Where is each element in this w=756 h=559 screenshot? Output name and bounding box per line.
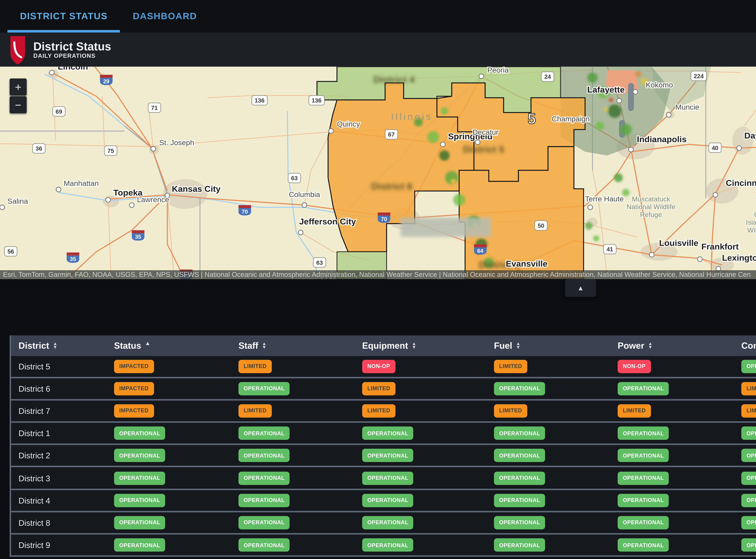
map-zoom-controls: + − [10,79,27,114]
tab-bar: DISTRICT STATUS DASHBOARD ✕ [0,0,756,32]
table-row[interactable]: District 2OPERATIONALOPERATIONALOPERATIO… [11,444,756,466]
zoom-out-button[interactable]: − [10,96,27,113]
status-badge: OPERATIONAL [741,538,756,552]
status-badge: OPERATIONAL [494,516,546,529]
table-row[interactable]: District 9OPERATIONALOPERATIONALOPERATIO… [11,533,756,556]
route-shield-75: 75 [105,146,117,156]
status-badge: LIMITED [362,382,395,395]
sort-both-icon: ▲▼ [516,342,520,349]
status-cell: OPERATIONAL [107,471,231,485]
column-header-district[interactable]: District▲▼ [11,340,107,351]
route-shield-50: 50 [535,221,547,230]
status-cell: OPERATIONAL [355,516,487,529]
status-cell: OPERATIONAL [734,449,756,462]
tab-dashboard[interactable]: DASHBOARD [120,0,209,32]
interstate-shield-29: 29 [100,75,112,85]
city-label: Evansville [506,259,547,268]
table-row[interactable]: District 1OPERATIONALOPERATIONALOPERATIO… [11,421,756,444]
svg-text:71: 71 [151,105,158,111]
district-map[interactable]: District 4District 5District 6District 7… [0,67,756,279]
status-badge: OPERATIONAL [618,427,669,440]
route-shield-56: 56 [4,247,17,256]
table-row[interactable]: District 7IMPACTEDLIMITEDLIMITEDLIMITEDL… [11,399,756,421]
column-header-staff[interactable]: Staff▲▼ [231,340,355,351]
district-cell: District 3 [11,474,107,483]
interstate-shield-70: 70 [239,205,251,216]
city-label: Lincoln [58,67,88,71]
district-5-marker[interactable]: 5 [528,110,536,127]
city-label: Dayton [744,131,756,140]
status-badge: LIMITED [494,404,527,418]
table-header-row: District▲▼Status▲Staff▲▼Equipment▲▼Fuel▲… [11,335,756,356]
zoom-in-button[interactable]: + [10,79,27,95]
status-cell: OPERATIONAL [487,427,610,440]
district-cell: District 9 [11,540,107,550]
district-label-blurred: District 4 [374,74,415,85]
svg-text:70: 70 [242,209,248,215]
status-cell: OPERATIONAL [231,427,355,440]
status-badge: OPERATIONAL [239,516,290,529]
svg-text:Islands National: Islands National [746,219,756,226]
route-shield-71: 71 [148,103,161,113]
status-cell: OPERATIONAL [107,516,231,529]
city-label: Peoria [487,67,509,74]
svg-text:Ohio River: Ohio River [754,211,756,219]
status-badge: OPERATIONAL [239,494,290,507]
reservoir [628,83,634,111]
route-shield-63: 63 [313,258,326,267]
status-cell: LIMITED [610,404,734,418]
interstate-shield-35: 35 [132,230,144,241]
city-evansville: Evansville [506,259,547,268]
status-cell: OPERATIONAL [610,516,734,529]
status-cell: OPERATIONAL [487,382,610,395]
status-badge: LIMITED [741,382,756,395]
status-cell: OPERATIONAL [734,360,756,373]
table-row[interactable]: District 3OPERATIONALOPERATIONALOPERATIO… [11,466,756,488]
status-badge: OPERATIONAL [494,471,546,485]
status-badge: OPERATIONAL [741,449,756,462]
district-cell: District 2 [11,451,107,460]
column-header-power[interactable]: Power▲▼ [610,340,734,351]
svg-text:Refuge: Refuge [640,211,662,219]
district-cell: District 6 [11,384,107,393]
map-collapse-button[interactable]: ▲ [565,279,596,297]
status-badge: OPERATIONAL [741,494,756,507]
status-badge: LIMITED [618,404,651,418]
column-header-communication[interactable]: Communication▲▼ [734,340,756,351]
table-row[interactable]: District 5IMPACTEDLIMITEDNON-OPLIMITEDNO… [11,356,756,377]
status-badge: NON-OP [618,360,651,373]
table-row[interactable]: District 4OPERATIONALOPERATIONALOPERATIO… [11,488,756,511]
column-header-status[interactable]: Status▲ [107,340,231,351]
column-header-equipment[interactable]: Equipment▲▼ [355,340,487,351]
district-cell: District 7 [11,406,107,415]
city-label: Lafayette [587,85,625,94]
state-label: Illinois [391,111,432,122]
city-label: Columbia [289,191,320,199]
svg-text:35: 35 [135,234,141,240]
sort-both-icon: ▲▼ [53,342,57,349]
status-cell: LIMITED [231,404,355,418]
tab-district-status[interactable]: DISTRICT STATUS [7,0,120,32]
route-shield-24: 24 [541,72,554,82]
district-cell: District 8 [11,518,107,527]
route-shield-136: 136 [252,95,267,105]
district-status-table: District▲▼Status▲Staff▲▼Equipment▲▼Fuel▲… [10,335,756,557]
city-label: Quincy [337,120,360,128]
status-cell: OPERATIONAL [355,494,487,507]
status-cell: NON-OP [610,360,734,373]
interstate-shield-35: 35 [67,252,79,263]
table-row[interactable]: District 8OPERATIONALOPERATIONALOPERATIO… [11,511,756,533]
svg-text:National Wildlife: National Wildlife [627,203,675,210]
status-cell: IMPACTED [107,404,231,418]
status-badge: OPERATIONAL [114,471,165,485]
city-label: Muncie [675,103,699,111]
status-cell: OPERATIONAL [610,382,734,395]
status-cell: LIMITED [487,404,610,418]
column-header-fuel[interactable]: Fuel▲▼ [487,340,610,351]
status-badge: OPERATIONAL [362,494,414,507]
status-badge: OPERATIONAL [362,516,414,529]
status-cell: OPERATIONAL [610,494,734,507]
status-cell: OPERATIONAL [734,538,756,552]
city-label: Indianapolis [637,134,686,144]
table-row[interactable]: District 6IMPACTEDOPERATIONALLIMITEDOPER… [11,377,756,399]
